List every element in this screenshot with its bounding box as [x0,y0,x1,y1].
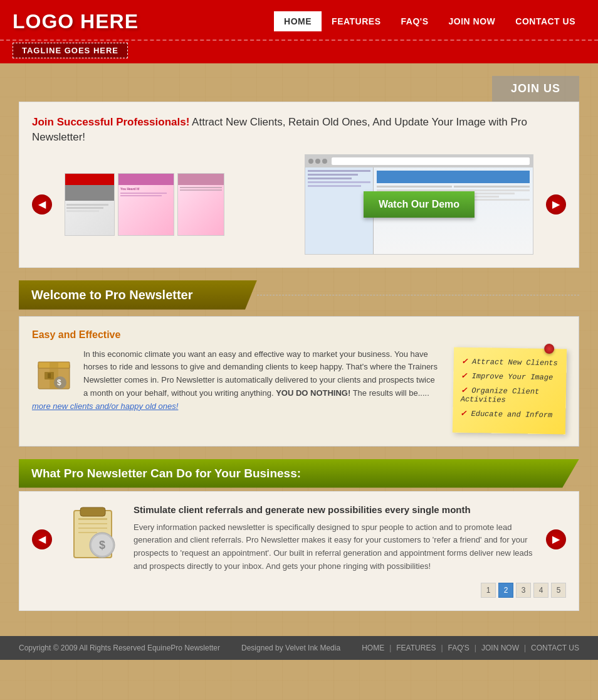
bottom-icon: $ [65,504,121,563]
nav-join-now[interactable]: JOIN NOW [438,11,505,31]
main-content: JOIN US Join Successful Professionals! A… [0,63,598,623]
svg-rect-9 [78,518,107,520]
join-us-button[interactable]: JOIN US [492,76,579,102]
bottom-next-button[interactable]: ▶ [546,529,566,549]
footer-copyright: Copyright © 2009 All Rights Reserved Equ… [19,644,220,652]
logo-text: LOGO HERE [13,10,139,33]
logo-area: LOGO HERE [0,5,151,38]
sticky-item-3: Organize Client Activities [461,385,559,405]
hero-prev-button[interactable]: ◀ [32,194,52,215]
easy-effective-body: $ In this economic climate you want an e… [32,348,566,433]
welcome-banner: Welcome to Pro Newsletter [19,280,257,310]
hero-headline: Join Successful Professionals! Attract N… [32,115,566,145]
footer-nav-features[interactable]: FEATURES [396,644,436,652]
package-icon: $ [32,348,76,392]
footer-nav: HOME | FEATURES | FAQ'S | JOIN NOW | CON… [362,644,579,652]
header: LOGO HERE HOME FEATURES FAQ'S JOIN NOW C… [0,0,598,43]
hero-headline-red: Join Successful Professionals! [32,116,189,128]
demo-area: Watch Our Demo [305,154,533,255]
easy-bold: YOU DO NOTHING! [276,388,350,398]
footer-nav-contact[interactable]: CONTACT US [531,644,579,652]
svg-text:$: $ [57,378,61,387]
pagination: 1 2 3 4 5 [32,583,566,598]
footer-nav-home[interactable]: HOME [362,644,384,652]
svg-rect-12 [78,532,97,533]
thumbnail-3 [177,173,224,236]
pro-newsletter-banner: What Pro Newsletter Can Do for Your Busi… [19,459,579,488]
bottom-content: ◀ $ Stimulate client referrals [32,504,566,573]
page-5-button[interactable]: 5 [551,583,566,598]
tagline-bar: TAGLINE GOES HERE [0,43,598,63]
bottom-prev-button[interactable]: ◀ [32,529,52,549]
nav-contact-us[interactable]: CONTACT US [505,11,585,31]
page-1-button[interactable]: 1 [481,583,496,598]
hero-next-button[interactable]: ▶ [546,194,566,215]
thumbnail-1 [65,173,115,236]
footer-designed-by: Designed by Velvet Ink Media [241,644,340,652]
bottom-section: ◀ $ Stimulate client referrals [19,491,579,611]
svg-rect-8 [80,507,105,516]
thumbnail-2: You Heard It! [118,173,174,236]
tagline: TAGLINE GOES HERE [13,43,128,58]
hero-section: Join Successful Professionals! Attract N… [19,102,579,268]
nav-features[interactable]: FEATURES [322,11,391,31]
page-4-button[interactable]: 4 [533,583,548,598]
bottom-desc: Every information packed newsletter is s… [134,521,533,573]
nav-home[interactable]: HOME [274,11,322,31]
welcome-divider [257,295,579,295]
page-2-button[interactable]: 2 [498,583,513,598]
footer-nav-join[interactable]: JOIN NOW [481,644,519,652]
svg-rect-11 [78,528,107,529]
sticky-pin [544,344,554,354]
easy-after-bold: The results will be..... [350,388,429,398]
sticky-item-1: Attract New Clients [461,356,559,368]
footer-nav-faqs[interactable]: FAQ'S [448,644,469,652]
sticky-note: Attract New Clients Improve Your Image O… [453,347,567,434]
svg-rect-10 [78,523,107,524]
hero-content: ◀ Y [32,154,566,255]
watch-demo-button[interactable]: Watch Our Demo [364,191,475,218]
welcome-section: Welcome to Pro Newsletter [19,280,579,310]
page-3-button[interactable]: 3 [516,583,531,598]
bottom-title: Stimulate client referrals and generate … [134,504,533,515]
easy-effective-section: Easy and Effective $ In this economic cl… [19,316,579,447]
demo-top-bar [305,155,533,167]
sticky-item-4: Educate and Inform [460,408,558,420]
easy-effective-text: $ In this economic climate you want an e… [32,348,441,433]
sticky-item-2: Improve Your Image [461,371,559,382]
easy-link[interactable]: more new clients and/or happy old ones! [32,401,178,411]
easy-effective-title: Easy and Effective [32,329,566,341]
nav-faqs[interactable]: FAQ'S [391,11,439,31]
svg-rect-4 [48,373,51,378]
newsletter-thumbnails: You Heard It! [65,173,292,236]
navigation: HOME FEATURES FAQ'S JOIN NOW CONTACT US [151,11,598,31]
footer: Copyright © 2009 All Rights Reserved Equ… [0,636,598,660]
bottom-text: Stimulate client referrals and generate … [134,504,533,573]
svg-text:$: $ [99,539,105,551]
